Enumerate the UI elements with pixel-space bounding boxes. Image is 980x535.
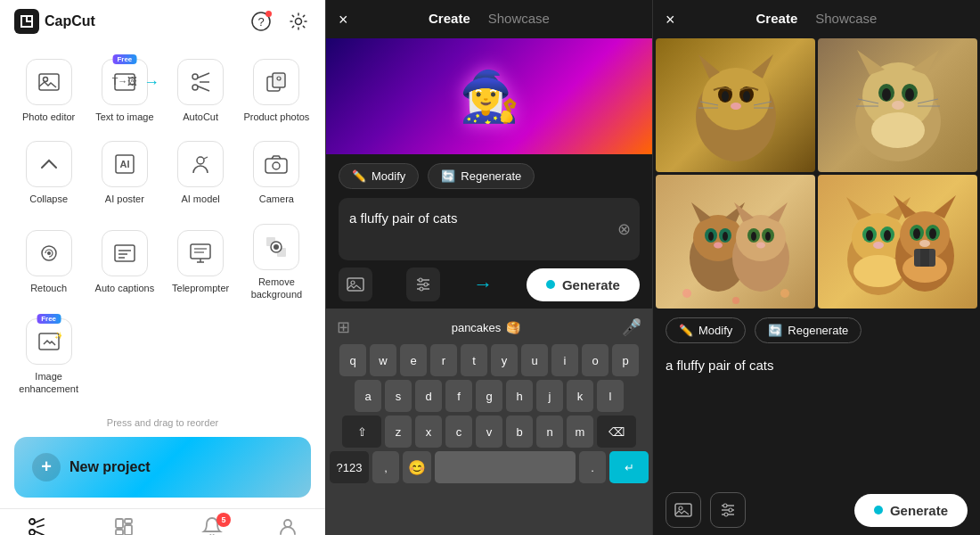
nav-me[interactable]: Me (263, 509, 313, 535)
key-d[interactable]: d (415, 380, 442, 412)
cat-image-1[interactable] (656, 38, 815, 172)
new-project-button[interactable]: + New project (14, 437, 311, 498)
key-q[interactable]: q (339, 344, 366, 376)
modify-label: Modify (372, 169, 405, 183)
settings-button[interactable] (286, 9, 311, 34)
cat-image-2[interactable] (818, 38, 977, 172)
right-action-tabs: ✏️ Modify 🔄 Regenerate (653, 309, 980, 349)
key-i[interactable]: i (551, 344, 578, 376)
right-tab-create[interactable]: Create (756, 11, 798, 28)
nav-inbox[interactable]: 5 Inbox (185, 509, 238, 535)
middle-preview: 🧙‍♀️ (326, 38, 652, 154)
key-s[interactable]: s (385, 380, 412, 412)
text-input-area[interactable]: a fluffy pair of cats ⊗ (339, 198, 640, 260)
right-sliders-icon (718, 500, 738, 520)
key-shift[interactable]: ⇧ (342, 416, 381, 448)
modify-tab[interactable]: ✏️ Modify (339, 163, 419, 189)
key-emoji[interactable]: 😊 (403, 451, 431, 483)
tool-collapse[interactable]: Collapse (11, 132, 86, 214)
suggestion-item[interactable]: pancakes 🥞 (452, 321, 521, 334)
right-generate-dot-icon (874, 506, 883, 514)
key-enter[interactable]: ↵ (609, 451, 649, 483)
nav-templates[interactable]: Templates (87, 509, 160, 535)
clear-text-button[interactable]: ⊗ (617, 219, 631, 239)
regenerate-tab[interactable]: 🔄 Regenerate (428, 163, 535, 189)
key-w[interactable]: w (370, 344, 396, 376)
nav-edit[interactable]: Edit (12, 509, 62, 535)
image-upload-button[interactable] (339, 268, 372, 301)
key-v[interactable]: v (476, 416, 502, 448)
key-e[interactable]: e (400, 344, 427, 376)
middle-generate-button[interactable]: Generate (527, 268, 640, 301)
tool-ai-poster[interactable]: AI AI poster (86, 132, 162, 214)
key-c[interactable]: c (445, 416, 472, 448)
key-123[interactable]: ?123 (330, 451, 369, 483)
key-z[interactable]: z (385, 416, 412, 448)
tool-retouch[interactable]: Retouch (11, 215, 86, 310)
key-comma[interactable]: , (372, 451, 399, 483)
text-to-image-icon-box: Free T→🖼 → (102, 59, 148, 105)
image-enhancement-icon: ✨ (37, 329, 61, 354)
middle-tab-create[interactable]: Create (429, 11, 470, 28)
key-b[interactable]: b (506, 416, 533, 448)
key-m[interactable]: m (567, 416, 593, 448)
key-a[interactable]: a (355, 380, 381, 412)
right-panel: × Create Showcase (653, 0, 980, 535)
tool-image-enhancement[interactable]: Free ✨ Image enhancement (11, 309, 86, 405)
svg-point-95 (756, 242, 765, 248)
key-p[interactable]: p (612, 344, 639, 376)
key-k[interactable]: k (567, 380, 593, 412)
camera-icon-box (253, 141, 299, 187)
key-u[interactable]: u (521, 344, 548, 376)
settings-adjust-button[interactable] (406, 268, 440, 301)
cat-image-4[interactable] (818, 175, 977, 309)
help-button[interactable]: ? (249, 9, 274, 34)
cat-realistic-2-icon (836, 41, 960, 170)
tool-autocut[interactable]: AutoCut (163, 50, 239, 132)
right-image-button[interactable] (666, 492, 701, 528)
right-image-icon (674, 500, 693, 520)
key-j[interactable]: j (536, 380, 563, 412)
microphone-icon[interactable]: 🎤 (622, 317, 641, 337)
key-g[interactable]: g (476, 380, 502, 412)
tool-auto-captions[interactable]: Auto captions (86, 215, 162, 310)
middle-generate-label: Generate (562, 277, 620, 292)
right-generate-button[interactable]: Generate (854, 494, 968, 527)
svg-point-94 (765, 232, 771, 241)
key-period[interactable]: . (579, 451, 606, 483)
key-y[interactable]: y (491, 344, 518, 376)
key-o[interactable]: o (582, 344, 608, 376)
tool-teleprompter[interactable]: Teleprompter (163, 215, 239, 310)
key-n[interactable]: n (536, 416, 563, 448)
key-l[interactable]: l (597, 380, 624, 412)
tool-photo-editor[interactable]: Photo editor (11, 50, 86, 132)
right-settings-button[interactable] (710, 492, 746, 528)
key-h[interactable]: h (506, 380, 533, 412)
right-close-button[interactable]: × (666, 10, 675, 29)
tool-ai-model[interactable]: AI model (163, 132, 239, 214)
cat-image-3[interactable] (656, 175, 815, 309)
cat-images-grid (653, 38, 980, 309)
remove-bg-icon-box (253, 224, 299, 270)
left-panel: CapCut ? (0, 0, 325, 535)
right-modify-tab[interactable]: ✏️ Modify (666, 317, 746, 343)
right-bottom-row: Generate (653, 485, 980, 535)
key-f[interactable]: f (445, 380, 472, 412)
key-space[interactable] (435, 451, 576, 483)
right-tab-showcase[interactable]: Showcase (815, 11, 877, 28)
tool-camera[interactable]: Camera (239, 132, 314, 214)
tool-remove-background[interactable]: Remove background (239, 215, 314, 310)
key-t[interactable]: t (461, 344, 487, 376)
key-x[interactable]: x (415, 416, 442, 448)
middle-close-button[interactable]: × (339, 10, 348, 29)
retouch-icon (37, 241, 61, 266)
tool-product-photos[interactable]: Product photos (239, 50, 314, 132)
svg-point-122 (679, 506, 682, 510)
middle-tab-showcase[interactable]: Showcase (488, 11, 550, 28)
svg-rect-41 (116, 530, 123, 535)
key-r[interactable]: r (430, 344, 457, 376)
product-photos-icon (264, 70, 289, 95)
right-regenerate-tab[interactable]: 🔄 Regenerate (755, 317, 862, 343)
key-backspace[interactable]: ⌫ (597, 416, 636, 448)
tool-text-to-image[interactable]: Free T→🖼 → Text to image (86, 50, 162, 132)
